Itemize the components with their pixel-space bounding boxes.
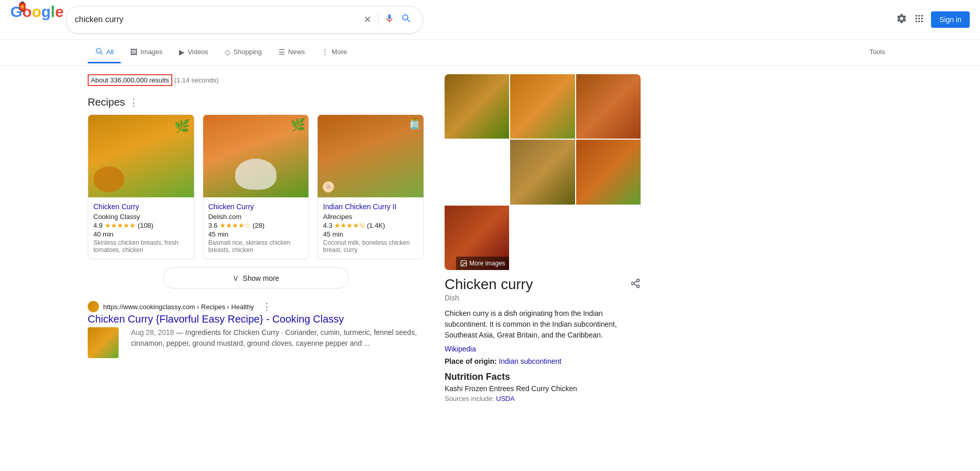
recipe-info-1: Chicken Curry Cooking Classy 4.9 ★★★★★ (… <box>88 197 194 259</box>
recipe-ingredients-1: Skinless chicken breasts, fresh tomatoes… <box>93 239 189 254</box>
apps-button[interactable] <box>913 13 925 27</box>
more-images-button[interactable]: More images <box>456 257 509 270</box>
recipe-card-2[interactable]: 🌿 Chicken Curry Delish.com 3.6 ★★★★☆ (28… <box>203 114 309 259</box>
recipe-source-2: Delish.com <box>208 213 304 221</box>
show-more-wrap: ∨ Show more <box>88 267 424 289</box>
svg-point-0 <box>96 48 101 53</box>
panel-image-6: More images <box>445 206 509 270</box>
svg-point-4 <box>637 279 640 282</box>
recipe-image-3: 🫓 🫙 <box>318 115 423 197</box>
recipe-title-1[interactable]: Chicken Curry <box>93 203 189 211</box>
recipe-rating-value-2: 3.6 <box>208 222 218 229</box>
panel-share-button[interactable] <box>630 278 641 291</box>
images-icon: 🖼 <box>130 48 137 56</box>
result-url: https://www.cookingclassy.com › Recipes … <box>103 303 254 311</box>
logo-g: g <box>41 3 51 20</box>
more-icon: ⋮ <box>321 48 329 56</box>
settings-button[interactable] <box>896 13 907 27</box>
chevron-down-icon: ∨ <box>233 273 239 283</box>
nav-tabs: All 🖼 Images ▶ Videos ◇ Shopping ☰ News … <box>0 40 980 66</box>
favicon <box>88 301 99 312</box>
more-images-label: More images <box>469 260 505 267</box>
result-content: Aug 28, 2018 — Ingredients for Chicken C… <box>88 327 424 358</box>
recipe-rating-value-1: 4.9 <box>93 222 103 229</box>
divider <box>378 13 378 26</box>
search-button[interactable] <box>399 11 414 29</box>
tab-more[interactable]: ⋮ More <box>314 43 354 63</box>
svg-line-7 <box>634 284 637 285</box>
result-title-1[interactable]: Chicken Curry {Flavorful Easy Recipe} - … <box>88 313 424 325</box>
right-panel: More images Chicken curry Dish Chicken c… <box>445 74 641 402</box>
recipe-image-1: 🌿 <box>88 115 194 197</box>
recipe-source-3: Allrecipes <box>323 213 418 221</box>
count-box: About 336,000,000 results <box>88 74 172 86</box>
recipes-more-options-button[interactable]: ⋮ <box>129 97 138 108</box>
svg-line-8 <box>634 281 637 282</box>
svg-point-6 <box>637 285 640 288</box>
main-content: About 336,000,000 results (1.14 seconds)… <box>0 66 980 411</box>
results-time: (1.14 seconds) <box>174 76 219 84</box>
recipe-title-2[interactable]: Chicken Curry <box>208 203 304 211</box>
tab-shopping[interactable]: ◇ Shopping <box>218 43 269 63</box>
nutrition-source: Kashi Frozen Entrees Red Curry Chicken <box>445 384 641 393</box>
place-of-origin-label: Place of origin: <box>445 357 497 365</box>
wikipedia-link[interactable]: Wikipedia <box>445 345 476 353</box>
result-date: Aug 28, 2018 <box>131 328 174 337</box>
show-more-button[interactable]: ∨ Show more <box>163 267 349 289</box>
search-bar: ✕ <box>66 6 423 33</box>
tab-tools[interactable]: Tools <box>862 43 892 62</box>
show-more-label: Show more <box>243 274 280 282</box>
gear-icon <box>896 13 907 24</box>
recipe-ingredients-2: Basmati rice, skinless chicken breasts, … <box>208 239 304 254</box>
recipe-ingredients-3: Coconut milk, boneless chicken breast, c… <box>323 239 418 254</box>
place-of-origin: Place of origin: Indian subcontinent <box>445 357 641 365</box>
right-column: More images Chicken curry Dish Chicken c… <box>445 74 641 402</box>
result-snippet-wrap: Aug 28, 2018 — Ingredients for Chicken C… <box>131 327 424 349</box>
recipe-rating-3: 4.3 ★★★★½ (1.4K) <box>323 222 418 229</box>
tab-videos[interactable]: ▶ Videos <box>172 43 216 63</box>
recipe-info-3: Indian Chicken Curry II Allrecipes 4.3 ★… <box>318 197 423 259</box>
recipe-info-2: Chicken Curry Delish.com 3.6 ★★★★☆ (28) … <box>203 197 309 259</box>
clear-button[interactable]: ✕ <box>364 14 371 25</box>
nutrition-title: Nutrition Facts <box>445 372 641 382</box>
nutrition-note: Sources include: USDA <box>445 395 641 402</box>
all-icon <box>95 47 103 57</box>
shopping-icon: ◇ <box>225 48 231 56</box>
recipe-image-2: 🌿 <box>203 115 309 197</box>
usda-link[interactable]: USDA <box>496 395 515 402</box>
recipe-reviews-1: (108) <box>138 222 153 229</box>
logo-o2: o <box>32 3 41 20</box>
tab-news[interactable]: ☰ News <box>271 43 313 63</box>
result-snippet: — Ingredients for Chicken Curry · Corian… <box>131 328 417 347</box>
result-more-options-button[interactable]: ⋮ <box>262 301 271 312</box>
recipe-card-1[interactable]: 🌿 Chicken Curry Cooking Classy 4.9 ★★★★★… <box>88 114 194 259</box>
svg-line-1 <box>101 53 103 55</box>
recipe-title-3[interactable]: Indian Chicken Curry II <box>323 203 418 211</box>
recipe-card-3[interactable]: 🫓 🫙 Indian Chicken Curry II Allrecipes 4… <box>317 114 424 259</box>
recipe-time-3: 45 min <box>323 230 418 238</box>
header: 🏮 Google ✕ <box>0 0 980 40</box>
panel-image-5 <box>576 140 641 204</box>
recipes-title: Recipes <box>88 96 125 108</box>
recipes-header: Recipes ⋮ <box>88 96 424 108</box>
recipe-time-2: 45 min <box>208 230 304 238</box>
recipe-cards: 🌿 Chicken Curry Cooking Classy 4.9 ★★★★★… <box>88 114 424 259</box>
results-count: About 336,000,000 results (1.14 seconds) <box>88 74 424 86</box>
image-grid: More images <box>445 74 641 270</box>
microphone-button[interactable] <box>384 13 395 26</box>
place-of-origin-value[interactable]: Indian subcontinent <box>499 357 561 365</box>
panel-subtitle: Dish <box>445 294 533 302</box>
search-icon <box>401 13 412 24</box>
panel-title: Chicken curry <box>445 276 533 293</box>
logo-e: e <box>55 3 64 20</box>
doodle-decoration: 🏮 <box>17 1 28 12</box>
recipe-stars-2: ★★★★☆ <box>220 222 251 229</box>
panel-image-1 <box>445 74 509 139</box>
apps-icon <box>913 13 925 24</box>
tab-all[interactable]: All <box>88 42 121 63</box>
videos-icon: ▶ <box>179 48 185 56</box>
search-input[interactable] <box>75 15 360 24</box>
signin-button[interactable]: Sign in <box>931 11 970 28</box>
tab-images[interactable]: 🖼 Images <box>123 43 170 63</box>
svg-point-5 <box>632 282 634 285</box>
